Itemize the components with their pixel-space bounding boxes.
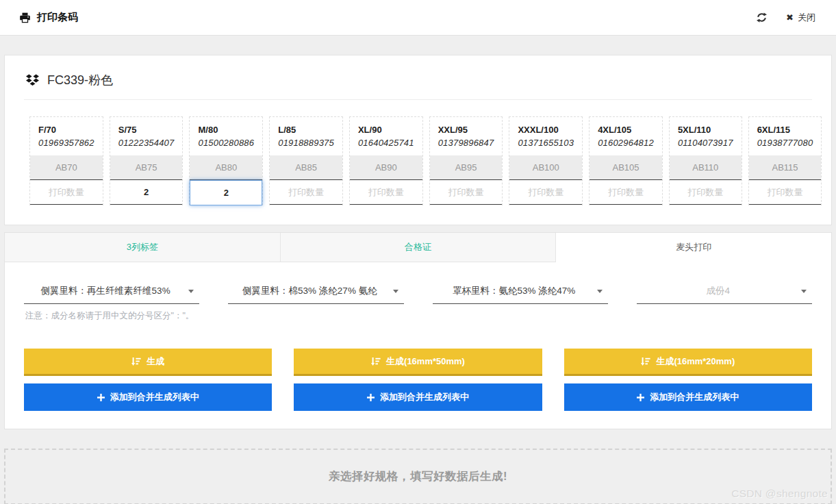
- close-button[interactable]: ✖ 关闭: [786, 12, 815, 24]
- watermark: CSDN @shengnote: [731, 488, 828, 500]
- select-value: 侧翼里料：再生纤维素纤维53%: [27, 285, 184, 297]
- size-head: 6XL/115 01938777080: [749, 125, 822, 148]
- topbar-actions: ✖ 关闭: [757, 12, 815, 24]
- print-qty-input[interactable]: [590, 180, 662, 205]
- size-code-button[interactable]: AB85: [270, 155, 342, 180]
- size-barcode: 01222354407: [118, 138, 175, 148]
- generate-button[interactable]: 生成(16mm*50mm): [294, 349, 542, 376]
- composition-select[interactable]: 侧翼里料：棉53% 涤纶27% 氨纶: [228, 279, 403, 304]
- preview-hint-text: 亲选择好规格，填写好数据后生成!: [329, 469, 507, 484]
- size-code-button[interactable]: AB90: [350, 155, 422, 180]
- size-barcode: 01918889375: [278, 138, 334, 148]
- size-label: 4XL/105: [598, 125, 654, 135]
- select-column: 罩杯里料：氨纶53% 涤纶47%: [433, 279, 608, 323]
- print-qty-input[interactable]: [670, 180, 742, 205]
- size-card: S/75 01222354407 AB75: [110, 116, 183, 205]
- size-card: M/80 01500280886 AB80: [189, 116, 263, 205]
- tab[interactable]: 3列标签: [5, 233, 281, 262]
- chevron-down-icon: [188, 290, 194, 293]
- size-label: L/85: [278, 125, 334, 135]
- add-to-merge-button[interactable]: 添加到合并生成列表中: [294, 383, 542, 411]
- print-qty-input[interactable]: [430, 180, 503, 205]
- print-qty-input[interactable]: [749, 180, 822, 205]
- sort-generate-icon: [371, 357, 381, 366]
- size-card: F/70 01969357862 AB70: [29, 116, 103, 205]
- size-card: XL/90 01640425741 AB90: [349, 116, 423, 205]
- product-title: FC339-粉色: [23, 69, 813, 99]
- select-value: 罩杯里料：氨纶53% 涤纶47%: [435, 285, 593, 297]
- add-to-merge-label: 添加到合并生成列表中: [650, 391, 739, 403]
- generate-button[interactable]: 生成(16mm*20mm): [564, 349, 812, 376]
- chevron-down-icon: [801, 290, 807, 293]
- refresh-icon[interactable]: [757, 12, 767, 23]
- action-column: 生成(16mm*50mm) 添加到合并生成列表中: [294, 349, 542, 411]
- size-card: 6XL/115 01938777080 AB115: [748, 116, 822, 205]
- close-label: 关闭: [798, 12, 815, 24]
- composition-select[interactable]: 侧翼里料：再生纤维素纤维53%: [24, 279, 199, 304]
- size-code-button[interactable]: AB105: [590, 155, 662, 180]
- chevron-down-icon: [597, 290, 603, 293]
- generate-label: 生成(16mm*50mm): [386, 355, 465, 368]
- print-options-card: 3列标签 合格证 麦头打印 侧翼里料：再生纤维素纤维53% 注意：成分名称请于用…: [4, 232, 832, 429]
- size-barcode: 01104073917: [678, 138, 733, 148]
- actions-row: 生成 添加到合并生成列表中 生成(16m: [24, 349, 812, 411]
- tab-content: 侧翼里料：再生纤维素纤维53% 注意：成分名称请于用中文的分号区分"："。 侧翼…: [5, 262, 831, 429]
- composition-select[interactable]: 成份4: [637, 279, 812, 304]
- composition-select[interactable]: 罩杯里料：氨纶53% 涤纶47%: [433, 279, 608, 304]
- product-box-icon: [25, 74, 40, 87]
- print-qty-input[interactable]: [509, 180, 582, 205]
- top-bar: 打印条码 ✖ 关闭: [0, 0, 836, 36]
- select-column: 成份4: [637, 279, 812, 323]
- tab-bar: 3列标签 合格证 麦头打印: [5, 233, 831, 262]
- tab[interactable]: 合格证: [281, 233, 557, 262]
- size-label: F/70: [38, 125, 94, 135]
- print-qty-input[interactable]: [30, 180, 103, 205]
- size-code-button[interactable]: AB115: [749, 155, 822, 180]
- generate-button[interactable]: 生成: [24, 349, 272, 376]
- size-code-button[interactable]: AB70: [30, 155, 103, 180]
- select-column: 侧翼里料：棉53% 涤纶27% 氨纶: [228, 279, 403, 323]
- add-to-merge-button[interactable]: 添加到合并生成列表中: [24, 383, 272, 411]
- size-head: M/80 01500280886: [190, 125, 262, 148]
- size-card: 4XL/105 01602964812 AB105: [589, 116, 663, 205]
- composition-note: 注意：成分名称请于用中文的分号区分"："。: [24, 310, 199, 323]
- print-qty-input[interactable]: [110, 180, 183, 205]
- size-code-button[interactable]: AB95: [430, 155, 503, 180]
- close-icon: ✖: [786, 12, 794, 23]
- tab[interactable]: 麦头打印: [556, 233, 831, 262]
- size-head: S/75 01222354407: [110, 125, 183, 148]
- size-code-button[interactable]: AB80: [190, 155, 262, 180]
- size-barcode: 01371655103: [518, 138, 574, 148]
- add-to-merge-label: 添加到合并生成列表中: [110, 391, 199, 403]
- size-card: L/85 01918889375 AB85: [269, 116, 343, 205]
- size-code-button[interactable]: AB75: [110, 155, 183, 180]
- print-qty-input[interactable]: [190, 180, 262, 205]
- size-head: 4XL/105 01602964812: [590, 125, 662, 148]
- composition-selects-row: 侧翼里料：再生纤维素纤维53% 注意：成分名称请于用中文的分号区分"："。 侧翼…: [24, 279, 812, 323]
- sort-generate-icon: [131, 357, 141, 366]
- print-qty-input[interactable]: [270, 180, 342, 205]
- size-head: XL/90 01640425741: [350, 125, 422, 148]
- size-barcode: 01379896847: [438, 138, 494, 148]
- size-label: S/75: [118, 125, 175, 135]
- size-head: XXL/95 01379896847: [430, 125, 503, 148]
- generate-label: 生成(16mm*20mm): [656, 355, 735, 368]
- printer-icon: [19, 12, 31, 23]
- generate-label: 生成: [147, 355, 164, 368]
- size-card: XXL/95 01379896847 AB95: [429, 116, 503, 205]
- size-code-button[interactable]: AB100: [509, 155, 582, 180]
- sizes-row: F/70 01969357862 AB70 S/75 01222354407 A…: [23, 100, 813, 214]
- size-label: XXL/95: [438, 125, 494, 135]
- size-label: XXXL/100: [518, 125, 574, 135]
- size-barcode: 01938777080: [757, 138, 813, 148]
- preview-placeholder: 亲选择好规格，填写好数据后生成!: [4, 449, 832, 504]
- size-label: M/80: [198, 125, 254, 135]
- size-label: 5XL/110: [678, 125, 733, 135]
- sort-generate-icon: [641, 357, 650, 366]
- print-qty-input[interactable]: [350, 180, 422, 205]
- size-barcode: 01969357862: [38, 138, 94, 148]
- action-column: 生成(16mm*20mm) 添加到合并生成列表中: [564, 349, 812, 411]
- select-value: 成份4: [639, 285, 797, 297]
- size-code-button[interactable]: AB110: [670, 155, 742, 180]
- add-to-merge-button[interactable]: 添加到合并生成列表中: [564, 383, 812, 411]
